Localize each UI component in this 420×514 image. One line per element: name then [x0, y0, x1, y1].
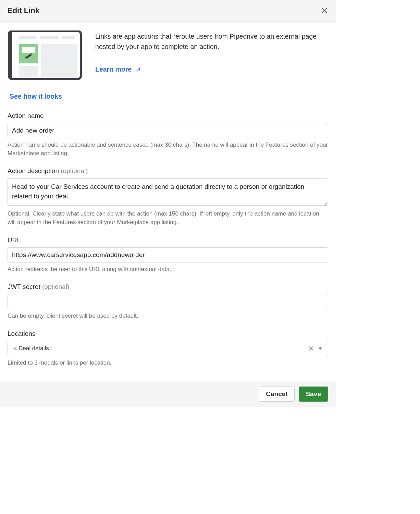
action-name-input[interactable] — [8, 123, 328, 138]
action-description-help: Optional. Clearly state what users can d… — [8, 210, 328, 227]
svg-rect-4 — [19, 36, 36, 39]
cancel-button[interactable]: Cancel — [259, 387, 294, 402]
external-link-icon — [135, 66, 141, 73]
link-illustration — [8, 30, 83, 82]
action-description-label-text: Action description — [8, 167, 61, 174]
jwt-secret-label-text: JWT secret — [8, 283, 42, 290]
jwt-secret-help: Can be empty, client secret will be used… — [8, 312, 328, 320]
action-description-optional: (optional) — [61, 167, 88, 174]
form-section: Action name Action name should be action… — [8, 112, 328, 367]
intro-row: Links are app actions that reroute users… — [8, 30, 328, 82]
url-label: URL — [8, 236, 328, 244]
intro-text-column: Links are app actions that reroute users… — [95, 30, 328, 73]
locations-label: Locations — [8, 330, 328, 338]
modal-title: Edit Link — [8, 6, 39, 15]
url-help: Action redirects the user to this URL al… — [8, 265, 328, 274]
see-how-it-looks-link[interactable]: See how it looks — [10, 93, 62, 100]
modal-body: Links are app actions that reroute users… — [0, 22, 336, 381]
locations-select[interactable]: Deal details — [8, 341, 328, 356]
tag-remove-icon[interactable] — [12, 346, 18, 351]
svg-rect-8 — [22, 47, 35, 53]
location-tag: Deal details — [11, 344, 51, 353]
locations-group: Locations Deal details Limite — [8, 330, 328, 367]
chevron-down-icon[interactable] — [318, 346, 323, 351]
jwt-secret-label: JWT secret (optional) — [8, 283, 328, 291]
learn-more-link[interactable]: Learn more — [95, 65, 141, 73]
action-description-group: Action description (optional) Optional. … — [8, 167, 328, 227]
action-name-group: Action name Action name should be action… — [8, 112, 328, 158]
svg-rect-6 — [62, 36, 74, 39]
action-name-label: Action name — [8, 112, 328, 120]
svg-rect-11 — [19, 66, 38, 77]
action-name-help: Action name should be actionable and sen… — [8, 141, 328, 158]
save-button[interactable]: Save — [299, 387, 328, 402]
jwt-secret-input[interactable] — [8, 294, 328, 309]
svg-rect-3 — [9, 31, 12, 79]
jwt-secret-optional: (optional) — [42, 283, 69, 290]
modal-footer: Cancel Save — [0, 381, 336, 407]
locations-help: Limited to 3 modals or links per locatio… — [8, 359, 328, 367]
url-group: URL Action redirects the user to this UR… — [8, 236, 328, 274]
action-description-textarea[interactable] — [8, 178, 328, 206]
modal-header: Edit Link — [0, 0, 336, 22]
clear-icon[interactable] — [308, 345, 314, 352]
learn-more-label: Learn more — [95, 65, 132, 73]
close-icon[interactable] — [321, 7, 328, 14]
svg-rect-5 — [40, 36, 59, 39]
action-description-label: Action description (optional) — [8, 167, 328, 175]
url-input[interactable] — [8, 247, 328, 262]
jwt-secret-group: JWT secret (optional) Can be empty, clie… — [8, 283, 328, 320]
svg-line-12 — [137, 68, 140, 71]
svg-marker-17 — [319, 347, 322, 350]
select-icons — [308, 345, 325, 352]
location-tag-label: Deal details — [18, 345, 49, 352]
intro-description: Links are app actions that reroute users… — [95, 31, 328, 52]
svg-rect-10 — [41, 44, 77, 77]
